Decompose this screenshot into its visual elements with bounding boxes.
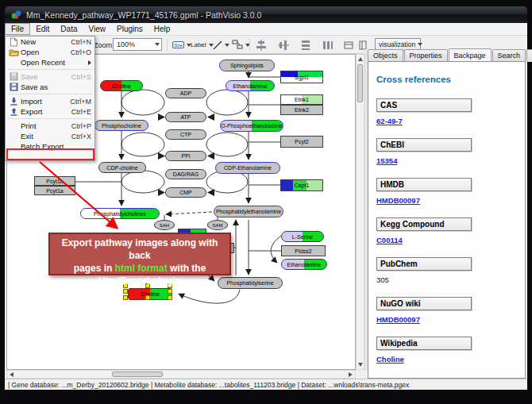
scroll-right-icon[interactable]	[349, 372, 353, 377]
scroll-down-icon[interactable]	[358, 363, 363, 367]
align-center-button[interactable]	[256, 38, 267, 52]
tab-backpage[interactable]: Backpage	[449, 48, 492, 61]
selection-handle[interactable]	[123, 295, 128, 300]
file-menu-save-as[interactable]: Save as	[6, 82, 94, 92]
node-etnk1[interactable]: Etnk1	[280, 94, 323, 105]
selection-handle[interactable]	[168, 295, 172, 300]
canvas-vertical-scrollbar[interactable]	[356, 54, 364, 370]
node-phosphatidylcholines[interactable]: Phosphatidylcholines	[80, 208, 160, 219]
xref-link[interactable]: 15354	[376, 156, 397, 165]
scrollbar-thumb[interactable]	[357, 64, 363, 102]
node-atp[interactable]: ATP	[165, 112, 206, 122]
tab-legend[interactable]: Legend	[526, 49, 532, 62]
file-menu-import[interactable]: ImportCtrl+M	[6, 96, 94, 106]
distribute-vertical-button[interactable]	[300, 38, 311, 52]
node-sam[interactable]: SAM	[207, 220, 228, 230]
file-menu-export[interactable]: ExportCtrl+E	[6, 106, 94, 117]
node-cdp-ethanolamine[interactable]: CDP-Ethanolamine	[215, 162, 280, 174]
xref-title: Kegg Compound	[376, 217, 472, 231]
menu-help[interactable]: Help	[148, 24, 176, 34]
title-bar[interactable]: Mm_Kennedy_pathway_WP1771_45176.gpml - P…	[5, 6, 527, 23]
node-dag-rag[interactable]: DAG/RAG	[165, 169, 206, 179]
node-o-phosphoethanolamine[interactable]: O-Phosphoethanolamine	[220, 120, 283, 132]
file-menu-open[interactable]: OpenCtrl+O	[6, 47, 94, 57]
node-ctp[interactable]: CTP	[165, 129, 206, 140]
save-as-icon	[10, 83, 18, 91]
xref-link[interactable]: C00114	[376, 236, 403, 244]
node-ethanolamine-bottom[interactable]: Ethanolamine	[281, 259, 327, 270]
xref-title: Wikipedia	[376, 337, 472, 350]
tab-objects[interactable]: Objects	[368, 49, 403, 62]
xref-link[interactable]: HMDB00097	[376, 196, 420, 205]
zoom-combobox[interactable]: 100%	[113, 38, 162, 51]
node-ptdss2[interactable]: Ptdss2	[281, 245, 326, 256]
xref-section-cas: CAS 62-49-7	[376, 98, 472, 125]
menu-file[interactable]: File	[5, 23, 30, 35]
xref-section-nugo: NuGO wiki HMDB00097	[376, 297, 472, 324]
backpage-panel: Cross references CAS 62-49-7 ChEBI 15354…	[368, 61, 526, 379]
file-menu-exit[interactable]: ExitCtrl+X	[6, 131, 94, 141]
file-menu-print[interactable]: PrintCtrl+P	[6, 121, 94, 131]
node-cept1[interactable]: Cept1	[280, 179, 323, 191]
scroll-left-icon[interactable]	[10, 372, 13, 377]
file-menu-open-recent[interactable]: Open Recent	[6, 57, 94, 67]
canvas-horizontal-scrollbar[interactable]	[6, 370, 356, 379]
app-icon	[11, 10, 21, 20]
zoom-value: 100%	[117, 40, 135, 48]
line-tool-button[interactable]	[211, 38, 231, 52]
node-phosphatidylethanolamine[interactable]: Phosphatidylethanolamine	[214, 206, 283, 217]
node-sphingolipids[interactable]: Sphingolipids	[219, 60, 275, 71]
tab-search[interactable]: Search	[492, 49, 526, 62]
menu-plugins[interactable]: Plugins	[111, 24, 148, 34]
visualization-value: visualization	[379, 40, 415, 48]
file-menu-dropdown: NewCtrl+N OpenCtrl+O Open Recent SaveCtr…	[5, 36, 95, 161]
xref-title: PubChem	[376, 257, 472, 271]
align-middle-button[interactable]	[278, 38, 289, 52]
node-phosphocholine[interactable]: Phosphocholine	[94, 120, 148, 131]
shape-tool-button[interactable]	[230, 38, 252, 52]
xref-section-kegg: Kegg Compound C00114	[376, 217, 472, 244]
selection-handle[interactable]	[168, 289, 172, 294]
node-l-serine[interactable]: L-Serine	[281, 231, 324, 242]
node-ethanolamine-top[interactable]: Ethanolamine	[226, 80, 275, 91]
scroll-up-icon[interactable]	[358, 57, 363, 61]
file-menu-save[interactable]: SaveCtrl+S	[6, 71, 94, 82]
node-pcyt1b[interactable]: Pcyt1b	[34, 176, 75, 186]
node-adp[interactable]: ADP	[165, 88, 206, 98]
selection-handle[interactable]	[145, 295, 150, 300]
node-pcyt1a[interactable]: Pcyt1a	[34, 186, 75, 195]
node-cmp[interactable]: CMP	[165, 187, 206, 198]
distribute-horizontal-button[interactable]	[322, 38, 333, 52]
selection-handle[interactable]	[123, 289, 128, 294]
tab-properties[interactable]: Properties	[404, 49, 448, 62]
menu-edit[interactable]: Edit	[30, 24, 55, 34]
scrollbar-thumb[interactable]	[112, 371, 163, 377]
node-sah[interactable]: SAH	[154, 220, 175, 230]
side-panel: Objects Properties Backpage Search Legen…	[368, 49, 526, 379]
stack-icon	[343, 40, 354, 51]
node-cdp-choline[interactable]: CDP-choline	[98, 162, 146, 173]
file-menu-batch-export[interactable]: Batch Export	[6, 141, 94, 152]
node-choline-selected[interactable]: Choline	[128, 288, 172, 300]
node-pcyt2[interactable]: Pcyt2	[280, 136, 323, 148]
menu-view[interactable]: View	[83, 24, 111, 34]
import-icon	[10, 97, 18, 106]
cross-references-heading: Cross references	[376, 75, 525, 84]
application-window: Mm_Kennedy_pathway_WP1771_45176.gpml - P…	[0, 0, 532, 404]
xref-section-pubchem: PubChem 305	[376, 257, 472, 284]
xref-link[interactable]: HMDB00097	[376, 315, 420, 324]
export-icon	[10, 107, 18, 117]
menu-data[interactable]: Data	[55, 24, 83, 34]
align-middle-icon	[278, 40, 289, 51]
file-menu-new[interactable]: NewCtrl+N	[6, 37, 94, 47]
node-etnk2[interactable]: Etnk2	[280, 105, 323, 115]
xref-title: HMDB	[376, 178, 472, 191]
node-ppi[interactable]: PPi	[165, 151, 206, 161]
node-sgpl1[interactable]: Sgpl1	[280, 71, 323, 83]
save-icon	[10, 72, 18, 81]
xref-link[interactable]: 62-49-7	[376, 117, 403, 125]
xref-link[interactable]: Choline	[376, 355, 404, 364]
status-text: | Gene database: ...m_Derby_20120602.bri…	[8, 381, 409, 389]
node-choline[interactable]: Choline	[100, 80, 143, 91]
stack-button[interactable]	[343, 38, 354, 52]
